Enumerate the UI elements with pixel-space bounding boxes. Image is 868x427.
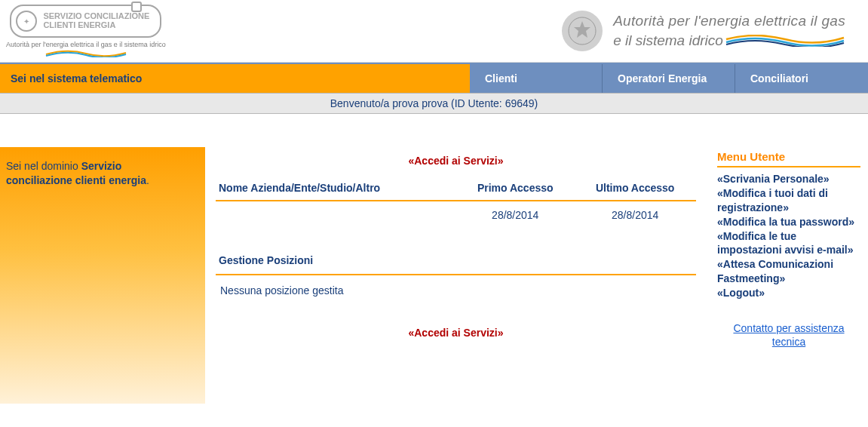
domain-name-1: Servizio [81,160,122,172]
tab-operatori-energia[interactable]: Operatori Energia [603,64,735,93]
welcome-bar: Benvenuto/a prova prova (ID Utente: 6964… [0,93,868,114]
menu-scrivania-personale[interactable]: «Scrivania Personale» [717,172,860,186]
cell-primo-accesso: 28/8/2014 [456,201,574,227]
col-ultimo-accesso: Ultimo Accesso [574,177,696,201]
table-row: 28/8/2014 28/8/2014 [216,201,696,227]
hands-icon: ✦ [16,11,37,32]
gestione-posizioni-empty: Nessuna posizione gestita [216,275,696,306]
access-table: Nome Azienda/Ente/Studio/Altro Primo Acc… [216,177,696,227]
col-nome-azienda: Nome Azienda/Ente/Studio/Altro [216,177,456,201]
nav-title: Sei nel sistema telematico [0,64,470,93]
wave-icon [44,50,127,57]
menu-modifica-avvisi[interactable]: «Modifica le tue impostazioni avvisi e-m… [717,229,860,258]
wave-icon [725,35,845,47]
col-primo-accesso: Primo Accesso [456,177,574,201]
tab-conciliatori[interactable]: Conciliatori [735,64,868,93]
menu-utente-title: Menu Utente [717,150,860,167]
domain-prefix: Sei nel dominio [6,160,81,172]
logo-autorita: Autorità per l'energia elettrica il gas … [562,11,845,51]
menu-modifica-dati[interactable]: «Modifica i tuoi dati di registrazione» [717,186,860,215]
accedi-servizi-link-top[interactable]: «Accedi ai Servizi» [216,147,696,177]
logo-left-line2: CLIENTI ENERGIA [43,21,149,30]
header: ✦ SERVIZIO CONCILIAZIONE CLIENTI ENERGIA… [0,0,868,63]
accedi-servizi-link-bottom[interactable]: «Accedi ai Servizi» [216,306,696,349]
menu-attesa-comunicazioni[interactable]: «Attesa Comunicazioni Fastmeeting» [717,257,860,286]
plug-icon [131,2,142,12]
contatto-assistenza-link[interactable]: Contatto per assistenza tecnica [717,321,860,349]
authority-line2: e il sistema idrico [613,32,723,49]
menu-logout[interactable]: «Logout» [717,286,860,300]
cell-nome [216,201,456,227]
emblem-icon [562,11,603,51]
domain-name-2: conciliazione clienti energia [6,174,146,186]
menu-modifica-password[interactable]: «Modifica la tua password» [717,215,860,229]
nav-bar: Sei nel sistema telematico Clienti Opera… [0,63,868,93]
cell-ultimo-accesso: 28/8/2014 [574,201,696,227]
gestione-posizioni-title: Gestione Posizioni [216,254,696,275]
logo-left-subtitle: Autorità per l'energia elettrica il gas … [6,41,166,48]
domain-suffix: . [146,174,149,186]
logo-servizio-conciliazione: ✦ SERVIZIO CONCILIAZIONE CLIENTI ENERGIA… [6,5,166,57]
menu-utente-list: «Scrivania Personale» «Modifica i tuoi d… [717,172,860,300]
tab-clienti[interactable]: Clienti [470,64,603,93]
authority-line1: Autorità per l'energia elettrica il gas [613,13,845,29]
domain-side-panel: Sei nel dominio Servizio conciliazione c… [0,147,205,404]
